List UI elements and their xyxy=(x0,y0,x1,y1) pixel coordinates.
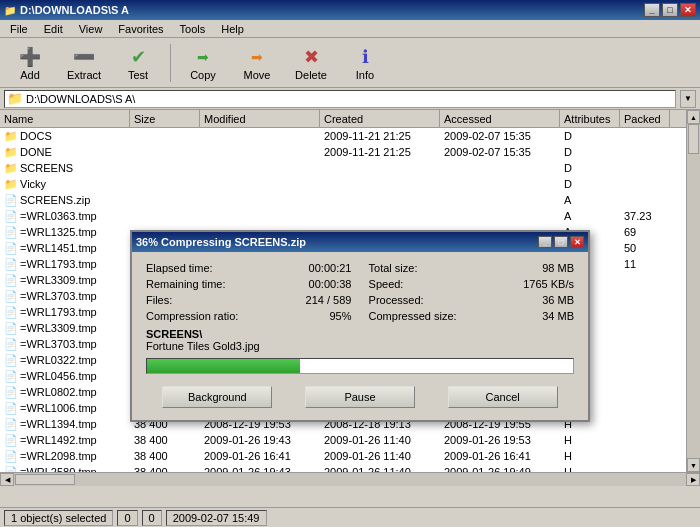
pause-button[interactable]: Pause xyxy=(305,386,415,408)
extract-icon: ➖ xyxy=(72,45,96,69)
menu-tools[interactable]: Tools xyxy=(174,22,212,36)
toolbar: ➕ Add ➖ Extract ✔ Test ➡ Copy ➡ Move ✖ D… xyxy=(0,38,700,88)
scroll-h-track[interactable] xyxy=(14,473,686,486)
table-row[interactable]: 📁 SCREENS D xyxy=(0,160,700,176)
dialog-minimize-button[interactable]: _ xyxy=(538,236,552,248)
file-cell-packed xyxy=(620,368,670,384)
file-cell-name: 📁 DONE xyxy=(0,144,130,160)
status-datetime: 2009-02-07 15:49 xyxy=(166,510,267,526)
info-button[interactable]: ℹ Info xyxy=(339,41,391,85)
scrollbar-vertical[interactable]: ▲ ▼ xyxy=(686,110,700,472)
file-cell-created xyxy=(320,176,440,192)
file-cell-created xyxy=(320,208,440,224)
processed-value: 36 MB xyxy=(542,294,574,306)
table-row[interactable]: 📄 SCREENS.zip A xyxy=(0,192,700,208)
file-cell-name: 📄 SCREENS.zip xyxy=(0,192,130,208)
extract-label: Extract xyxy=(67,69,101,81)
add-icon: ➕ xyxy=(18,45,42,69)
col-header-accessed[interactable]: Accessed xyxy=(440,110,560,127)
scrollbar-horizontal[interactable]: ◀ ▶ xyxy=(0,472,700,486)
table-row[interactable]: 📁 DOCS 2009-11-21 21:25 2009-02-07 15:35… xyxy=(0,128,700,144)
minimize-button[interactable]: _ xyxy=(644,3,660,17)
file-icon: 📄 xyxy=(4,194,18,207)
delete-button[interactable]: ✖ Delete xyxy=(285,41,337,85)
maximize-button[interactable]: □ xyxy=(662,3,678,17)
file-icon: 📄 xyxy=(4,274,18,287)
col-header-modified[interactable]: Modified xyxy=(200,110,320,127)
file-cell-size xyxy=(130,176,200,192)
file-cell-name: 📄 =WRL3309.tmp xyxy=(0,320,130,336)
file-cell-size: 38 400 xyxy=(130,448,200,464)
total-size-value: 98 MB xyxy=(542,262,574,274)
dialog-left-col: Elapsed time: 00:00:21 Remaining time: 0… xyxy=(146,262,351,322)
test-button[interactable]: ✔ Test xyxy=(112,41,164,85)
scroll-right-button[interactable]: ▶ xyxy=(686,473,700,486)
scroll-left-button[interactable]: ◀ xyxy=(0,473,14,486)
file-cell-packed: 37.23 xyxy=(620,208,670,224)
window-title: D:\DOWNLOADS\S A xyxy=(20,4,129,16)
elapsed-label: Elapsed time: xyxy=(146,262,256,274)
address-field[interactable]: 📁 D:\DOWNLOADS\S A\ xyxy=(4,90,676,108)
remaining-label: Remaining time: xyxy=(146,278,256,290)
table-row[interactable]: 📁 Vicky D xyxy=(0,176,700,192)
scroll-up-button[interactable]: ▲ xyxy=(687,110,700,124)
menu-file[interactable]: File xyxy=(4,22,34,36)
file-icon: 📄 xyxy=(4,370,18,383)
compress-dialog: 36% Compressing SCREENS.zip _ □ ✕ Elapse… xyxy=(130,230,590,422)
file-cell-packed xyxy=(620,416,670,432)
processed-field: Processed: 36 MB xyxy=(369,294,574,306)
speed-value: 1765 KB/s xyxy=(523,278,574,290)
total-size-label: Total size: xyxy=(369,262,479,274)
compression-value: 95% xyxy=(329,310,351,322)
col-header-attributes[interactable]: Attributes xyxy=(560,110,620,127)
file-cell-name: 📄 =WRL0322.tmp xyxy=(0,352,130,368)
status-selected: 1 object(s) selected xyxy=(4,510,113,526)
files-field: Files: 214 / 589 xyxy=(146,294,351,306)
add-button[interactable]: ➕ Add xyxy=(4,41,56,85)
file-cell-packed xyxy=(620,400,670,416)
extract-button[interactable]: ➖ Extract xyxy=(58,41,110,85)
cancel-button[interactable]: Cancel xyxy=(448,386,558,408)
menu-favorites[interactable]: Favorites xyxy=(112,22,169,36)
file-cell-name: 📁 Vicky xyxy=(0,176,130,192)
close-button[interactable]: ✕ xyxy=(680,3,696,17)
col-header-size[interactable]: Size xyxy=(130,110,200,127)
copy-icon: ➡ xyxy=(191,45,215,69)
move-button[interactable]: ➡ Move xyxy=(231,41,283,85)
file-cell-attributes: D xyxy=(560,176,620,192)
copy-button[interactable]: ➡ Copy xyxy=(177,41,229,85)
table-row[interactable]: 📄 =WRL0363.tmp A 37.23 xyxy=(0,208,700,224)
file-cell-accessed xyxy=(440,160,560,176)
address-dropdown[interactable]: ▼ xyxy=(680,90,696,108)
scroll-thumb[interactable] xyxy=(688,124,699,154)
col-header-created[interactable]: Created xyxy=(320,110,440,127)
menu-help[interactable]: Help xyxy=(215,22,250,36)
table-row[interactable]: 📄 =WRL2098.tmp 38 400 2009-01-26 16:41 2… xyxy=(0,448,700,464)
menu-edit[interactable]: Edit xyxy=(38,22,69,36)
toolbar-separator-1 xyxy=(170,44,171,82)
file-cell-name: 📄 =WRL0802.tmp xyxy=(0,384,130,400)
dialog-maximize-button[interactable]: □ xyxy=(554,236,568,248)
file-cell-size: 38 400 xyxy=(130,464,200,472)
table-row[interactable]: 📄 =WRL1492.tmp 38 400 2009-01-26 19:43 2… xyxy=(0,432,700,448)
dialog-close-button[interactable]: ✕ xyxy=(570,236,584,248)
file-cell-packed: 50 xyxy=(620,240,670,256)
col-header-packed[interactable]: Packed xyxy=(620,110,670,127)
address-bar: 📁 D:\DOWNLOADS\S A\ ▼ xyxy=(0,88,700,110)
file-cell-size xyxy=(130,192,200,208)
elapsed-value: 00:00:21 xyxy=(309,262,352,274)
scroll-h-thumb[interactable] xyxy=(15,474,75,485)
file-cell-size xyxy=(130,208,200,224)
folder-icon: 📁 xyxy=(7,91,23,106)
status-value2: 0 xyxy=(142,510,162,526)
file-cell-name: 📄 =WRL0363.tmp xyxy=(0,208,130,224)
background-button[interactable]: Background xyxy=(162,386,272,408)
menu-view[interactable]: View xyxy=(73,22,109,36)
scroll-track[interactable] xyxy=(687,124,700,458)
col-header-name[interactable]: Name xyxy=(0,110,130,127)
scroll-down-button[interactable]: ▼ xyxy=(687,458,700,472)
file-cell-packed xyxy=(620,304,670,320)
table-row[interactable]: 📁 DONE 2009-11-21 21:25 2009-02-07 15:35… xyxy=(0,144,700,160)
file-icon: 📄 xyxy=(4,322,18,335)
table-row[interactable]: 📄 =WRL2580.tmp 38 400 2009-01-26 19:43 2… xyxy=(0,464,700,472)
